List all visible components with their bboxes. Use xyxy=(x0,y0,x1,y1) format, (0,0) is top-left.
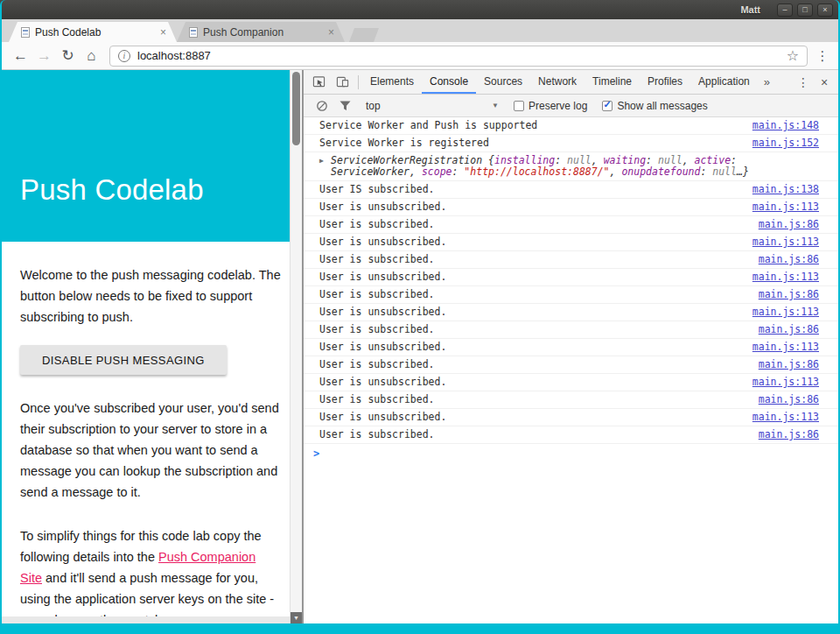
console-message: User is subscribed.main.js:86 xyxy=(304,321,838,339)
console-message: User is unsubscribed.main.js:113 xyxy=(304,339,838,356)
tab-label: Push Codelab xyxy=(35,26,153,39)
devtools-tabbar: ElementsConsoleSourcesNetworkTimelinePro… xyxy=(304,70,838,95)
console-source-link[interactable]: main.js:86 xyxy=(759,219,819,230)
console-message: User is unsubscribed.main.js:113 xyxy=(304,374,838,391)
home-button[interactable]: ⌂ xyxy=(80,45,103,67)
scrollbar-down-button[interactable]: ▼ xyxy=(290,612,302,623)
console-source-link[interactable]: main.js:86 xyxy=(759,254,819,265)
page-title: Push Codelab xyxy=(20,173,204,207)
execution-context-selector[interactable]: top ▼ xyxy=(366,100,499,112)
console-message: User is unsubscribed.main.js:113 xyxy=(304,199,838,216)
back-button[interactable]: ← xyxy=(9,45,32,67)
console-source-link[interactable]: main.js:86 xyxy=(759,394,819,405)
devtools-tab-console[interactable]: Console xyxy=(422,70,476,94)
disable-push-messaging-button[interactable]: DISABLE PUSH MESSAGING xyxy=(20,345,227,375)
console-message-text: User is unsubscribed. xyxy=(319,201,742,213)
browser-tab-push-codelab[interactable]: Push Codelab× xyxy=(9,22,177,42)
reload-button[interactable]: ↻ xyxy=(56,45,80,67)
devtools-tab-timeline[interactable]: Timeline xyxy=(584,70,640,94)
console-message: Service Worker and Push is supportedmain… xyxy=(304,117,838,135)
browser-tab-push-companion[interactable]: Push Companion× xyxy=(177,22,345,42)
tab-close-icon[interactable]: × xyxy=(160,26,166,39)
console-prompt[interactable]: > xyxy=(304,444,838,463)
forward-button[interactable]: → xyxy=(32,45,56,67)
devtools-close-icon[interactable]: × xyxy=(814,75,835,89)
window-title: Matt xyxy=(740,4,760,15)
console-source-link[interactable]: main.js:113 xyxy=(752,201,819,213)
devtools-menu-icon[interactable]: ⋮ xyxy=(793,75,814,89)
console-message-text: User is unsubscribed. xyxy=(319,342,742,353)
tab-label: Push Companion xyxy=(203,26,321,39)
console-source-link[interactable]: main.js:113 xyxy=(752,271,819,283)
console-message: User is subscribed.main.js:86 xyxy=(304,216,838,234)
page-scrollbar[interactable]: ▼ xyxy=(290,70,302,623)
scrollbar-thumb[interactable] xyxy=(292,72,300,145)
filter-icon[interactable] xyxy=(333,95,357,116)
body-paragraph-2: To simplify things for this code lab cop… xyxy=(20,525,281,623)
clear-console-icon[interactable] xyxy=(310,95,333,116)
device-toolbar-icon[interactable] xyxy=(331,72,354,93)
window-minimize-button[interactable]: – xyxy=(777,4,793,17)
browser-window: Matt – □ × Push Codelab×Push Companion× … xyxy=(0,0,840,634)
new-tab-button[interactable] xyxy=(349,28,379,42)
console-message: User is subscribed.main.js:86 xyxy=(304,426,838,444)
page-hero: Push Codelab xyxy=(2,70,290,242)
console-message: User IS subscribed.main.js:138 xyxy=(304,181,838,199)
console-message-text: User is unsubscribed. xyxy=(319,412,742,423)
console-message: User is unsubscribed.main.js:113 xyxy=(304,234,838,251)
console-source-link[interactable]: main.js:113 xyxy=(752,412,819,423)
content-area: Push Codelab Welcome to the push messagi… xyxy=(2,70,838,623)
tab-close-icon[interactable]: × xyxy=(328,26,334,39)
console-source-link[interactable]: main.js:152 xyxy=(752,137,819,149)
page-viewport: Push Codelab Welcome to the push messagi… xyxy=(2,70,302,623)
inspect-element-icon[interactable] xyxy=(307,72,331,93)
intro-paragraph: Welcome to the push messaging codelab. T… xyxy=(20,264,281,328)
console-source-link[interactable]: main.js:148 xyxy=(752,120,819,131)
console-message: User is subscribed.main.js:86 xyxy=(304,286,838,304)
console-message-text: User is unsubscribed. xyxy=(319,236,742,248)
console-source-link[interactable]: main.js:113 xyxy=(752,342,819,353)
more-panels-icon[interactable]: » xyxy=(758,75,776,88)
devtools-tab-profiles[interactable]: Profiles xyxy=(640,70,690,94)
console-toolbar: top ▼ Preserve log Show all messages xyxy=(304,95,838,117)
console-message-text: User is subscribed. xyxy=(319,359,748,370)
address-bar[interactable]: i localhost:8887 ☆ xyxy=(109,46,808,67)
console-source-link[interactable]: main.js:86 xyxy=(759,359,819,370)
show-all-messages-label: Show all messages xyxy=(617,100,707,112)
console-message-text: User is subscribed. xyxy=(319,289,748,300)
window-maximize-button[interactable]: □ xyxy=(797,4,813,17)
preserve-log-toggle[interactable]: Preserve log xyxy=(514,100,587,112)
object-preview: ServiceWorkerRegistration {installing: n… xyxy=(331,155,819,178)
window-close-button[interactable]: × xyxy=(817,4,833,17)
console-source-link[interactable]: main.js:86 xyxy=(759,289,819,300)
devtools-tab-network[interactable]: Network xyxy=(530,70,584,94)
console-message: User is unsubscribed.main.js:113 xyxy=(304,409,838,426)
console-message-text: User is subscribed. xyxy=(319,394,748,405)
console-message: User is subscribed.main.js:86 xyxy=(304,391,838,409)
console-source-link[interactable]: main.js:138 xyxy=(752,184,819,195)
devtools-tab-elements[interactable]: Elements xyxy=(362,70,422,94)
console-source-link[interactable]: main.js:86 xyxy=(759,324,819,335)
console-message-text: Service Worker is registered xyxy=(319,137,742,149)
console-message-text: User is subscribed. xyxy=(319,429,748,440)
page-content: Push Codelab Welcome to the push messagi… xyxy=(2,70,290,623)
paragraph-text: and it'll send a push message for you, u… xyxy=(20,571,274,623)
devtools-tab-sources[interactable]: Sources xyxy=(476,70,530,94)
console-source-link[interactable]: main.js:113 xyxy=(752,306,819,318)
devtools-tab-application[interactable]: Application xyxy=(690,70,758,94)
console-source-link[interactable]: main.js:113 xyxy=(752,377,819,388)
console-source-link[interactable]: main.js:113 xyxy=(752,236,819,248)
bookmark-star-icon[interactable]: ☆ xyxy=(787,47,799,64)
expand-triangle-icon[interactable]: ▶ xyxy=(319,155,331,166)
console-source-link[interactable]: main.js:86 xyxy=(759,429,819,440)
preserve-log-checkbox[interactable] xyxy=(514,101,524,111)
browser-menu-icon[interactable]: ⋮ xyxy=(814,48,831,64)
devtools-panel: ElementsConsoleSourcesNetworkTimelinePro… xyxy=(304,70,838,623)
show-all-messages-toggle[interactable]: Show all messages xyxy=(602,100,707,112)
show-all-messages-checkbox[interactable] xyxy=(602,101,612,111)
page-info-icon[interactable]: i xyxy=(118,50,130,62)
console-output[interactable]: Service Worker and Push is supportedmain… xyxy=(304,117,838,623)
console-message-text: User is subscribed. xyxy=(319,219,748,230)
console-message: User is unsubscribed.main.js:113 xyxy=(304,304,838,321)
devtools-tabs: ElementsConsoleSourcesNetworkTimelinePro… xyxy=(362,70,758,94)
